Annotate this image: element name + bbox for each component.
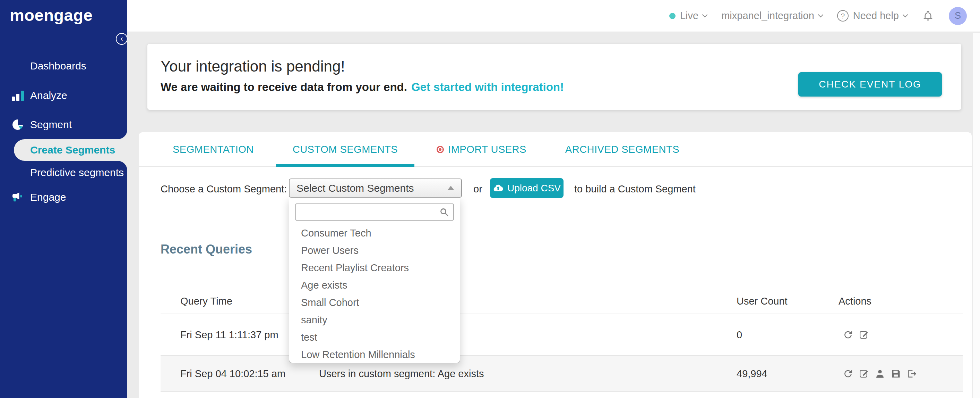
user-icon[interactable] [875,368,885,379]
cloud-upload-icon [493,183,504,193]
dropdown-search-input[interactable] [296,204,453,220]
sidebar-item-segment[interactable]: Segment [11,117,72,132]
upload-csv-button[interactable]: Upload CSV [490,178,563,198]
tab-label: CUSTOM SEGMENTS [293,144,398,155]
environment-switcher[interactable]: Live [669,10,707,22]
pie-chart-icon [11,118,24,131]
integration-pending-banner: Your integration is pending! We are wait… [147,44,961,110]
row-actions [843,368,917,379]
sidebar-item-label: Segment [30,119,72,131]
check-event-log-button[interactable]: CHECK EVENT LOG [798,72,942,96]
sidebar-top-section: moengage Dashboards Analyze Segment [0,0,127,139]
dashboards-grid-icon [11,60,24,72]
query-time-cell: Fri Sep 11 1:11:37 pm [180,329,278,341]
query-description-cell: Users in custom segment: Age exists [319,368,484,379]
column-header-actions: Actions [838,295,872,307]
app-switcher[interactable]: mixpanel_integration [721,10,822,22]
sidebar-item-predictive-segments[interactable]: Predictive segments [30,167,124,179]
recent-queries-table: Query Time User Count Actions Fri Sep 11… [161,288,963,398]
sidebar-item-label: Engage [30,191,66,203]
avatar[interactable]: S [949,7,967,25]
app-name: mixpanel_integration [721,10,814,22]
sidebar-item-engage[interactable]: Engage [11,190,66,205]
dropdown-option[interactable]: Age exists [289,277,460,294]
dropdown-option[interactable]: Power Users [289,242,460,259]
column-header-query-time: Query Time [180,295,232,307]
sidebar-item-create-segments[interactable]: Create Segments [14,139,127,161]
dropdown-option[interactable]: Recent Playlist Creators [289,259,460,277]
row-actions [843,329,869,340]
dropdown-option[interactable]: Small Cohort [289,294,460,311]
tab-bar: SEGMENTATION CUSTOM SEGMENTS IMPORT USER… [173,132,679,167]
sidebar-item-analyze[interactable]: Analyze [11,88,67,103]
tab-segmentation[interactable]: SEGMENTATION [173,132,254,167]
edit-icon[interactable] [859,329,869,340]
sidebar: moengage Dashboards Analyze Segment Crea… [0,0,127,398]
tab-custom-segments[interactable]: CUSTOM SEGMENTS [293,132,398,167]
dropdown-option[interactable]: Consumer Tech [289,224,460,242]
environment-label: Live [680,10,698,22]
tab-label: ARCHIVED SEGMENTS [565,144,679,155]
get-started-link[interactable]: Get started with integration! [411,81,564,93]
live-status-dot-icon [669,13,676,19]
dropdown-option[interactable]: Low Retention Millennials [289,346,460,363]
dropdown-options: Consumer Tech Power Users Recent Playlis… [289,224,460,363]
tab-label: SEGMENTATION [173,144,254,155]
user-count-cell: 49,994 [737,368,767,379]
tab-label: IMPORT USERS [448,144,527,155]
table-row: Fri Sep 04 10:02:15 am Users in custom s… [161,356,963,392]
chevron-down-icon [903,12,908,18]
choose-segment-label: Choose a Custom Segment: [161,183,287,195]
import-users-dot-icon [437,146,444,153]
recent-queries-title: Recent Queries [161,242,252,257]
caret-up-icon [447,186,454,190]
tab-archived-segments[interactable]: ARCHIVED SEGMENTS [565,132,679,167]
dropdown-search [296,203,453,221]
build-segment-label: to build a Custom Segment [574,183,696,195]
sidebar-item-dashboards[interactable]: Dashboards [11,58,86,74]
upload-csv-label: Upload CSV [508,183,561,194]
refresh-icon[interactable] [843,329,853,340]
sidebar-bottom-section: Predictive segments Engage [0,161,127,398]
export-icon[interactable] [907,368,917,379]
refresh-icon[interactable] [843,368,853,379]
sidebar-item-label: Analyze [30,90,67,101]
help-question-icon: ? [837,10,849,22]
custom-segment-select[interactable]: Select Custom Segments [289,179,462,198]
chevron-down-icon [818,12,824,18]
dropdown-option[interactable]: test [289,329,460,346]
banner-subtitle-text: We are waiting to receive data from your… [161,81,407,93]
megaphone-icon [11,191,24,203]
banner-title: Your integration is pending! [161,58,345,75]
column-header-user-count: User Count [737,295,788,307]
banner-subtitle: We are waiting to receive data from your… [161,81,564,94]
save-icon[interactable] [891,368,901,379]
query-time-cell: Fri Sep 04 10:02:15 am [180,368,285,379]
table-header-row: Query Time User Count Actions [161,288,963,314]
moengage-logo: moengage [10,6,92,25]
table-row [161,392,963,398]
top-bar: Live mixpanel_integration ? Need help S [127,0,980,32]
bar-chart-icon [11,90,24,101]
or-label: or [473,183,482,195]
segments-panel: SEGMENTATION CUSTOM SEGMENTS IMPORT USER… [139,132,972,398]
tab-import-users[interactable]: IMPORT USERS [437,132,527,167]
sidebar-active-row: Create Segments [0,139,127,161]
select-value: Select Custom Segments [296,182,414,194]
search-icon [439,207,449,217]
help-menu[interactable]: ? Need help [837,10,907,22]
sidebar-collapse-button[interactable]: ‹ [116,33,127,45]
sidebar-item-label: Dashboards [30,60,86,72]
custom-segment-dropdown: Consumer Tech Power Users Recent Playlis… [289,198,460,363]
bell-icon [922,10,934,22]
help-label: Need help [853,10,899,22]
user-count-cell: 0 [737,329,742,341]
edit-icon[interactable] [859,368,869,379]
chevron-down-icon [702,12,708,18]
notifications-button[interactable] [922,10,934,22]
table-row: Fri Sep 11 1:11:37 pm 0 [161,314,963,356]
dropdown-option[interactable]: sanity [289,311,460,329]
scrollbar-track[interactable] [973,33,980,398]
